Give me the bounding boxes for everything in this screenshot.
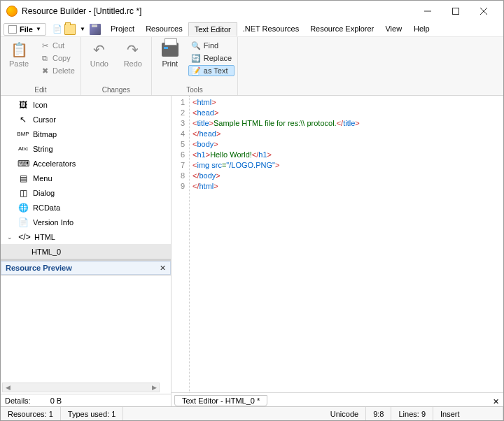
tree-icon: ▤ — [18, 173, 29, 184]
tree-item-icon[interactable]: 🖼Icon — [1, 97, 171, 112]
group-tools: Print 🔍Find 🔄Replace 📝as Text Tools — [152, 37, 238, 95]
line-gutter: 123456789 — [172, 96, 190, 392]
group-edit: 📋 Paste ✂Cut ⧉Copy ✖Delete Edit — [1, 37, 81, 95]
print-icon — [160, 40, 180, 59]
paste-icon: 📋 — [9, 40, 29, 59]
tree-item-html[interactable]: ⌄</>HTML — [1, 229, 171, 244]
new-icon[interactable]: 📄 — [52, 24, 63, 35]
redo-icon: ↷ — [123, 40, 143, 59]
tree-icon: ↖ — [18, 114, 29, 125]
file-menu[interactable]: File ▼ — [4, 23, 46, 36]
resource-tree[interactable]: 🖼Icon↖CursorBMPBitmapAbcString⌨Accelerat… — [1, 96, 171, 261]
delete-icon: ✖ — [40, 66, 50, 76]
details-bar: Details: 0 B — [1, 394, 171, 406]
cut-icon: ✂ — [40, 41, 50, 50]
group-changes: ↶Undo ↷Redo Changes — [81, 37, 152, 95]
menu-tab-help[interactable]: Help — [407, 22, 435, 36]
replace-button[interactable]: 🔄Replace — [188, 52, 234, 64]
tree-item-cursor[interactable]: ↖Cursor — [1, 112, 171, 127]
status-types: Types used: 1 — [61, 407, 124, 420]
preview-close-icon[interactable]: ✕ — [160, 264, 166, 273]
titlebar: Resource Builder - [Untitled.rc *] — [1, 1, 503, 22]
paste-button[interactable]: 📋 Paste — [4, 38, 34, 68]
menu-tab-resources[interactable]: Resources — [140, 22, 188, 36]
window-title: Resource Builder - [Untitled.rc *] — [22, 6, 414, 16]
html-icon: </> — [19, 231, 30, 243]
redo-button[interactable]: ↷Redo — [118, 38, 148, 68]
undo-icon: ↶ — [90, 40, 109, 59]
tree-icon: ◫ — [18, 187, 29, 199]
editor-tab-bar: Text Editor - HTML_0 * ✕ — [172, 392, 503, 406]
find-icon: 🔍 — [191, 41, 201, 50]
group-edit-label: Edit — [34, 86, 46, 95]
menu-tab-text-editor[interactable]: Text Editor — [188, 22, 237, 36]
details-value: 0 B — [50, 397, 62, 405]
quick-access-toolbar: 📄 ▼ — [52, 24, 101, 35]
editor-tab-close-icon[interactable]: ✕ — [489, 397, 503, 406]
tree-item-menu[interactable]: ▤Menu — [1, 171, 171, 185]
status-encoding: Unicode — [323, 407, 366, 420]
tree-icon: BMP — [18, 129, 29, 140]
menu-tab-resource-explorer[interactable]: Resource Explorer — [304, 22, 379, 36]
status-mode: Insert — [433, 407, 503, 420]
editor-pane: 123456789 <html><head><title>Sample HTML… — [172, 96, 503, 406]
ribbon: 📋 Paste ✂Cut ⧉Copy ✖Delete Edit ↶Undo ↷R… — [1, 37, 503, 96]
tree-icon: ⌨ — [18, 158, 29, 169]
status-bar: Resources: 1 Types used: 1 Unicode 9:8 L… — [1, 406, 503, 420]
preview-body: ◀▶ — [1, 275, 171, 394]
tree-icon: Abc — [18, 143, 29, 155]
qat-caret[interactable]: ▼ — [77, 24, 88, 35]
details-label: Details: — [5, 397, 31, 405]
tree-item-version-info[interactable]: 📄Version Info — [1, 215, 171, 229]
preview-scrollbar[interactable]: ◀▶ — [2, 383, 160, 392]
cut-button[interactable]: ✂Cut — [37, 40, 78, 51]
minimize-button[interactable] — [414, 1, 442, 21]
tree-item-rcdata[interactable]: 🌐RCData — [1, 200, 171, 215]
open-icon[interactable] — [64, 24, 76, 35]
preview-title: Resource Preview — [6, 264, 72, 272]
status-pos: 9:8 — [366, 407, 391, 420]
delete-button[interactable]: ✖Delete — [37, 65, 78, 76]
main-area: 🖼Icon↖CursorBMPBitmapAbcString⌨Accelerat… — [1, 96, 503, 406]
find-button[interactable]: 🔍Find — [188, 40, 234, 51]
copy-icon: ⧉ — [40, 53, 50, 63]
print-button[interactable]: Print — [155, 38, 186, 68]
tree-item-dialog[interactable]: ◫Dialog — [1, 185, 171, 200]
as-text-button[interactable]: 📝as Text — [188, 65, 234, 76]
menu-tab-project[interactable]: Project — [105, 22, 140, 36]
group-changes-label: Changes — [102, 86, 130, 95]
maximize-button[interactable] — [442, 1, 470, 21]
text-icon: 📝 — [191, 66, 201, 76]
tree-icon: 📄 — [18, 217, 29, 228]
svg-rect-1 — [453, 8, 459, 15]
caret-icon: ▼ — [36, 26, 41, 32]
tree-item-string[interactable]: AbcString — [1, 141, 171, 156]
code-lines[interactable]: <html><head><title>Sample HTML file for … — [190, 96, 360, 392]
file-icon — [8, 25, 17, 34]
group-tools-label: Tools — [186, 86, 202, 95]
menu-tab--net-resources[interactable]: .NET Resources — [237, 22, 305, 36]
tree-icon: 🖼 — [18, 99, 29, 110]
code-editor[interactable]: 123456789 <html><head><title>Sample HTML… — [172, 96, 503, 392]
close-button[interactable] — [470, 1, 498, 21]
menu-tab-view[interactable]: View — [379, 22, 407, 36]
app-icon — [6, 6, 18, 17]
editor-tab[interactable]: Text Editor - HTML_0 * — [174, 395, 267, 406]
copy-button[interactable]: ⧉Copy — [37, 52, 78, 64]
tree-item-bitmap[interactable]: BMPBitmap — [1, 127, 171, 141]
undo-button[interactable]: ↶Undo — [84, 38, 115, 68]
status-lines: Lines: 9 — [391, 407, 433, 420]
file-label: File — [20, 25, 33, 34]
preview-header: Resource Preview ✕ — [1, 261, 171, 275]
status-resources: Resources: 1 — [1, 407, 61, 420]
tree-item-html-0[interactable]: HTML_0 — [1, 244, 171, 259]
tree-icon: 🌐 — [18, 202, 29, 213]
menubar: File ▼ 📄 ▼ ProjectResourcesText Editor.N… — [1, 22, 503, 37]
chevron-down-icon[interactable]: ⌄ — [5, 234, 15, 241]
left-pane: 🖼Icon↖CursorBMPBitmapAbcString⌨Accelerat… — [1, 96, 172, 406]
replace-icon: 🔄 — [191, 53, 201, 63]
save-icon[interactable] — [90, 24, 101, 35]
tree-item-accelerators[interactable]: ⌨Accelerators — [1, 156, 171, 171]
